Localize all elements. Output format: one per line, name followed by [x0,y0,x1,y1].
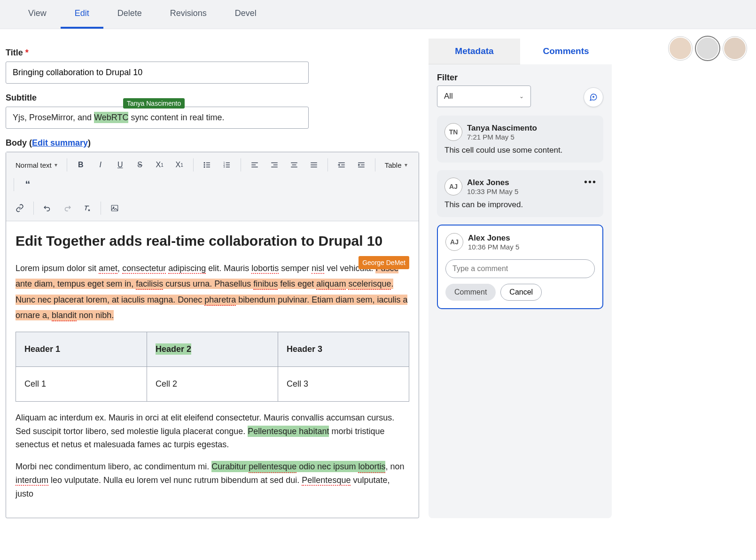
comment-card-2[interactable]: ••• AJ Alex Jones 10:33 PM May 5 This ca… [437,170,603,217]
comment-body: This cell could use some content. [444,146,596,155]
avatar-user-2[interactable] [696,37,719,60]
content-paragraph-1: Lorem ipsum dolor sit amet, consectetur … [16,261,409,323]
comment-card-1[interactable]: TN Tanya Nascimento 7:21 PM May 5 This c… [437,116,603,163]
comment-avatar: TN [444,123,462,141]
align-center-button[interactable] [285,156,303,174]
svg-point-0 [204,163,205,163]
comment-menu-icon[interactable]: ••• [584,177,597,187]
sidebar-tab-comments[interactable]: Comments [520,39,612,64]
comment-body: This can be improved. [444,200,596,210]
rich-text-editor: Normal text ▾ B I U S X1 X1 123 [6,152,419,518]
svg-rect-30 [111,205,118,211]
link-button[interactable] [11,199,29,217]
outdent-button[interactable] [333,156,351,174]
bullet-list-button[interactable] [198,156,216,174]
bold-button[interactable]: B [72,156,90,174]
tab-delete[interactable]: Delete [103,0,156,29]
tab-edit[interactable]: Edit [61,0,103,29]
title-input[interactable] [6,62,309,84]
editor-toolbar: Normal text ▾ B I U S X1 X1 123 [6,152,419,221]
content-paragraph-3: Morbi nec condimentum libero, ac condime… [16,460,409,500]
comment-avatar: AJ [444,178,462,195]
svg-point-4 [204,167,205,168]
avatar-user-3[interactable] [723,37,747,60]
align-justify-button[interactable] [305,156,323,174]
tab-view[interactable]: View [14,0,61,29]
table-select[interactable]: Table ▾ [380,158,412,172]
sidebar-panel: Metadata Comments Filter All ⌄ TN [429,39,612,518]
table-header-2[interactable]: Header 2 [147,332,278,367]
content-paragraph-2: Aliquam ac interdum ex. Mauris in orci a… [16,411,409,451]
indent-button[interactable] [352,156,370,174]
image-button[interactable] [106,199,124,217]
italic-button[interactable]: I [92,156,109,174]
table-cell-3[interactable]: Cell 3 [278,366,409,401]
body-label: Body (Edit summary) [6,138,419,148]
filter-label: Filter [437,73,531,83]
content-heading: Edit Together adds real-time collaborati… [16,230,409,252]
subtitle-highlight: WebRTC [94,112,128,123]
strikethrough-button[interactable]: S [131,156,149,174]
collaborator-tag-george: George DeMet [359,256,409,269]
svg-point-2 [204,164,205,165]
sidebar-tab-metadata[interactable]: Metadata [429,39,520,64]
collaborator-tag-tanya: Tanya Nascimento [123,98,185,109]
chevron-down-icon: ⌄ [519,93,524,100]
collaborator-avatars [669,37,747,60]
comment-input[interactable] [445,259,595,278]
filter-select[interactable]: All ⌄ [437,86,531,107]
align-left-button[interactable] [246,156,264,174]
content-table: Header 1 Header 2 Header 3 Cell 1 Cell 2… [16,332,409,402]
avatar-user-1[interactable] [669,37,692,60]
tab-devel[interactable]: Devel [221,0,271,29]
comment-submit-button[interactable]: Comment [445,284,496,301]
edit-summary-link[interactable]: Edit summary [32,138,88,148]
comment-author: Alex Jones [468,233,519,243]
comment-author: Tanya Nascimento [467,124,537,133]
new-comment-card: AJ Alex Jones 10:36 PM May 5 Comment Can… [437,225,603,309]
subtitle-input[interactable]: Yjs, ProseMirror, and WebRTC sync conten… [6,107,309,129]
svg-text:3: 3 [223,165,225,168]
paragraph-style-select[interactable]: Normal text ▾ [11,158,62,172]
comment-avatar: AJ [445,233,463,251]
subscript-button[interactable]: X1 [151,156,169,174]
comment-time: 10:36 PM May 5 [468,243,519,251]
underline-button[interactable]: U [111,156,129,174]
undo-button[interactable] [39,199,56,217]
comment-author: Alex Jones [467,178,518,187]
table-header-1[interactable]: Header 1 [16,332,147,367]
redo-button[interactable] [58,199,76,217]
superscript-button[interactable]: X1 [171,156,188,174]
clear-format-button[interactable] [78,199,96,217]
primary-tab-bar: View Edit Delete Revisions Devel [0,0,756,29]
blockquote-button[interactable]: “ [19,176,37,194]
table-header-3[interactable]: Header 3 [278,332,409,367]
table-cell-2[interactable]: Cell 2 [147,366,278,401]
comment-plus-icon [589,93,598,101]
editor-content[interactable]: Edit Together adds real-time collaborati… [6,221,419,518]
align-right-button[interactable] [265,156,283,174]
comment-time: 7:21 PM May 5 [467,133,537,141]
comment-cancel-button[interactable]: Cancel [500,284,542,301]
subtitle-label: Subtitle [6,93,419,103]
tab-revisions[interactable]: Revisions [156,0,221,29]
numbered-list-button[interactable]: 123 [218,156,236,174]
comment-time: 10:33 PM May 5 [467,187,518,195]
title-label: Title * [6,48,419,58]
add-comment-button[interactable] [584,87,603,107]
table-cell-1[interactable]: Cell 1 [16,366,147,401]
